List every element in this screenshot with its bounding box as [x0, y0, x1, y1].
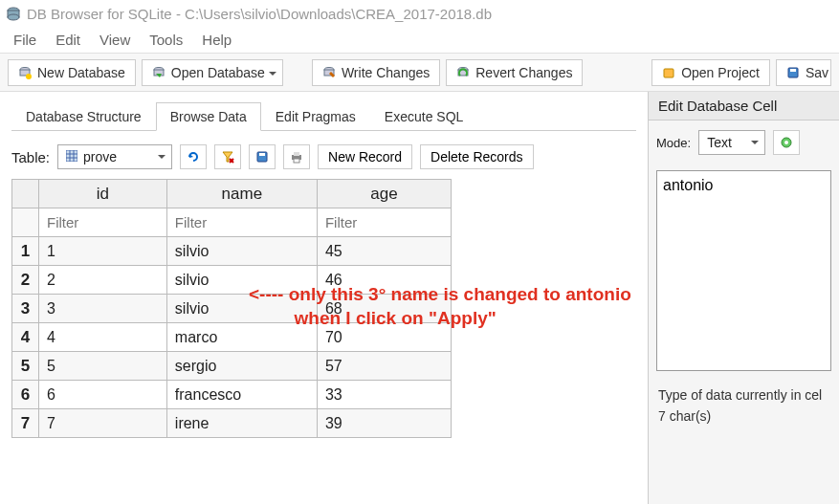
svg-point-5	[26, 74, 32, 79]
new-database-icon	[18, 66, 32, 79]
save-table-button[interactable]	[249, 144, 276, 169]
cell-age[interactable]: 46	[317, 266, 451, 295]
cell-name[interactable]: silvio	[166, 295, 317, 323]
row-header[interactable]: 6	[12, 381, 39, 409]
filter-input-age[interactable]	[323, 213, 445, 231]
write-changes-button[interactable]: Write Changes	[312, 59, 440, 86]
filter-input-id[interactable]	[45, 213, 161, 231]
grid-corner	[12, 180, 39, 208]
titlebar: DB Browser for SQLite - C:\Users\silvio\…	[0, 0, 839, 27]
svg-rect-25	[294, 152, 299, 156]
menu-file[interactable]: File	[6, 30, 44, 50]
tab-edit-pragmas[interactable]: Edit Pragmas	[261, 102, 370, 131]
row-header[interactable]: 2	[12, 266, 39, 295]
menu-edit[interactable]: Edit	[48, 30, 88, 50]
cell-age[interactable]: 70	[317, 323, 451, 352]
menu-tools[interactable]: Tools	[142, 30, 190, 50]
open-database-button[interactable]: Open Database	[142, 59, 283, 86]
menubar: File Edit View Tools Help	[0, 27, 839, 54]
new-database-button[interactable]: New Database	[8, 59, 136, 86]
svg-rect-15	[66, 150, 77, 162]
tabs: Database Structure Browse Data Edit Prag…	[11, 101, 636, 131]
clear-filters-button[interactable]	[214, 144, 241, 169]
mode-label: Mode:	[656, 136, 691, 150]
revert-changes-button[interactable]: Revert Changes	[446, 59, 583, 86]
cell-name[interactable]: silvio	[166, 266, 317, 295]
cell-age[interactable]: 57	[317, 352, 451, 381]
cell-age[interactable]: 68	[317, 295, 451, 323]
menu-view[interactable]: View	[92, 30, 138, 50]
table-icon	[66, 149, 77, 164]
cell-id[interactable]: 4	[39, 323, 167, 352]
tab-browse-data[interactable]: Browse Data	[156, 102, 261, 131]
column-header-id[interactable]: id	[39, 180, 167, 208]
menu-help[interactable]: Help	[194, 30, 239, 50]
write-changes-icon	[322, 66, 336, 79]
cell-id[interactable]: 2	[39, 266, 167, 295]
app-icon	[6, 6, 21, 21]
svg-rect-12	[664, 69, 673, 77]
data-grid[interactable]: id name age 1 1 silvio 45 2 2 silvio 46	[11, 179, 452, 438]
cell-age[interactable]: 39	[317, 409, 451, 438]
row-header[interactable]: 7	[12, 409, 39, 438]
panel-title: Edit Database Cell	[649, 92, 839, 121]
svg-rect-23	[259, 153, 265, 156]
cell-id[interactable]: 6	[39, 381, 167, 409]
type-info: Type of data currently in cel	[658, 384, 829, 405]
row-header[interactable]: 1	[12, 237, 39, 266]
column-header-age[interactable]: age	[317, 180, 451, 208]
refresh-button[interactable]	[180, 144, 207, 169]
cell-id[interactable]: 3	[39, 295, 167, 323]
new-record-button[interactable]: New Record	[318, 144, 412, 169]
cell-name[interactable]: marco	[166, 323, 317, 352]
delete-records-button[interactable]: Delete Records	[420, 144, 534, 169]
refresh-icon	[187, 150, 200, 164]
print-icon	[290, 150, 303, 164]
save-project-icon	[786, 66, 800, 79]
row-header[interactable]: 4	[12, 323, 39, 352]
table-label: Table:	[11, 149, 50, 165]
svg-rect-26	[294, 159, 299, 163]
tab-execute-sql[interactable]: Execute SQL	[370, 102, 478, 131]
cell-name[interactable]: francesco	[166, 381, 317, 409]
table-select[interactable]: prove	[57, 144, 172, 169]
print-button[interactable]	[283, 144, 310, 169]
svg-point-28	[784, 141, 788, 144]
cell-name[interactable]: silvio	[166, 237, 317, 266]
cell-age[interactable]: 45	[317, 237, 451, 266]
cell-id[interactable]: 7	[39, 409, 167, 438]
svg-point-2	[8, 14, 19, 20]
column-header-name[interactable]: name	[166, 180, 317, 208]
cell-age[interactable]: 33	[317, 381, 451, 409]
tab-database-structure[interactable]: Database Structure	[11, 102, 156, 131]
window-title: DB Browser for SQLite - C:\Users\silvio\…	[27, 6, 492, 22]
size-info: 7 char(s)	[658, 405, 829, 427]
open-project-button[interactable]: Open Project	[651, 59, 770, 86]
cell-id[interactable]: 1	[39, 237, 167, 266]
mode-select[interactable]: Text	[698, 130, 765, 155]
row-header[interactable]: 5	[12, 352, 39, 381]
filter-clear-icon	[221, 150, 234, 164]
svg-rect-14	[790, 69, 796, 72]
cell-id[interactable]: 5	[39, 352, 167, 381]
open-project-icon	[662, 66, 675, 79]
cell-action-button[interactable]	[773, 130, 800, 155]
save-icon	[255, 150, 269, 164]
cell-value-textarea[interactable]	[656, 170, 831, 371]
gear-icon	[780, 136, 793, 149]
save-project-button[interactable]: Sav	[776, 59, 831, 86]
revert-changes-icon	[456, 66, 470, 79]
open-database-icon	[152, 66, 166, 79]
main-toolbar: New Database Open Database Write Changes…	[0, 54, 839, 92]
edit-cell-panel: Edit Database Cell Mode: Text Type of da…	[648, 92, 839, 504]
cell-name[interactable]: irene	[166, 409, 317, 438]
cell-name[interactable]: sergio	[166, 352, 317, 381]
filter-input-name[interactable]	[173, 213, 311, 231]
row-header[interactable]: 3	[12, 295, 39, 323]
